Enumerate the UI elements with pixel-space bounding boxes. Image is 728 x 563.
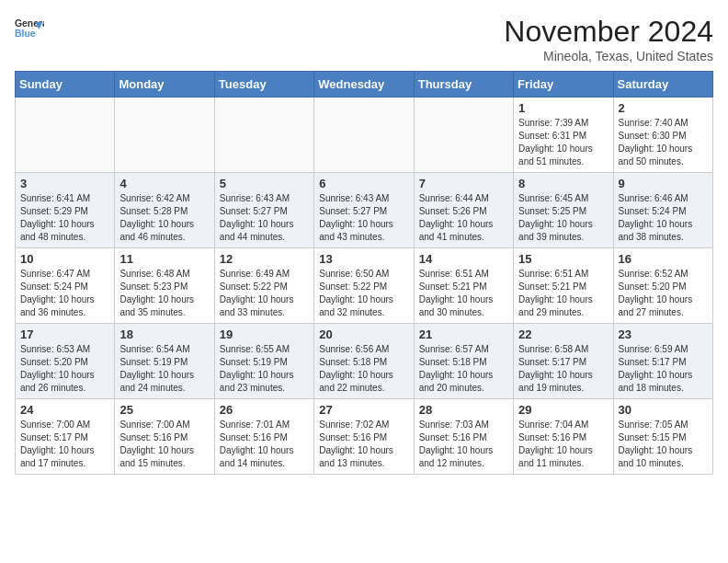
day-number: 7 (419, 177, 508, 190)
week-row-3: 10Sunrise: 6:47 AM Sunset: 5:24 PM Dayli… (16, 248, 713, 324)
week-row-1: 1Sunrise: 7:39 AM Sunset: 6:31 PM Daylig… (16, 98, 713, 173)
calendar-cell: 6Sunrise: 6:43 AM Sunset: 5:27 PM Daylig… (314, 173, 414, 248)
day-info: Sunrise: 6:48 AM Sunset: 5:23 PM Dayligh… (119, 268, 209, 319)
calendar-cell: 22Sunrise: 6:58 AM Sunset: 5:17 PM Dayli… (514, 324, 613, 399)
day-info: Sunrise: 7:04 AM Sunset: 5:16 PM Dayligh… (518, 419, 608, 470)
svg-text:Blue: Blue (15, 29, 36, 39)
day-number: 26 (220, 403, 309, 417)
day-info: Sunrise: 6:58 AM Sunset: 5:17 PM Dayligh… (518, 343, 608, 395)
calendar-cell: 9Sunrise: 6:46 AM Sunset: 5:24 PM Daylig… (613, 173, 712, 248)
day-info: Sunrise: 6:47 AM Sunset: 5:24 PM Dayligh… (20, 268, 109, 319)
calendar-cell: 21Sunrise: 6:57 AM Sunset: 5:18 PM Dayli… (414, 324, 513, 399)
day-number: 9 (619, 177, 708, 190)
logo-icon: General Blue (15, 15, 44, 44)
calendar-cell: 15Sunrise: 6:51 AM Sunset: 5:21 PM Dayli… (514, 248, 613, 324)
calendar-cell: 2Sunrise: 7:40 AM Sunset: 6:30 PM Daylig… (613, 98, 712, 173)
day-info: Sunrise: 7:40 AM Sunset: 6:30 PM Dayligh… (619, 117, 708, 168)
calendar-cell: 30Sunrise: 7:05 AM Sunset: 5:15 PM Dayli… (613, 399, 712, 475)
day-info: Sunrise: 6:51 AM Sunset: 5:21 PM Dayligh… (419, 268, 508, 319)
day-number: 22 (518, 327, 608, 341)
day-number: 4 (119, 177, 209, 190)
week-row-5: 24Sunrise: 7:00 AM Sunset: 5:17 PM Dayli… (16, 399, 713, 475)
day-info: Sunrise: 6:51 AM Sunset: 5:21 PM Dayligh… (518, 268, 608, 319)
weekday-header-monday: Monday (115, 72, 214, 98)
weekday-header-tuesday: Tuesday (214, 72, 313, 98)
weekday-header-sunday: Sunday (16, 72, 115, 98)
day-number: 19 (220, 327, 309, 341)
day-number: 30 (619, 403, 708, 417)
day-info: Sunrise: 7:01 AM Sunset: 5:16 PM Dayligh… (220, 419, 309, 470)
calendar-cell (16, 98, 115, 173)
calendar-cell (214, 98, 313, 173)
calendar-cell: 26Sunrise: 7:01 AM Sunset: 5:16 PM Dayli… (214, 399, 313, 475)
day-info: Sunrise: 6:55 AM Sunset: 5:19 PM Dayligh… (220, 343, 309, 395)
calendar-cell: 14Sunrise: 6:51 AM Sunset: 5:21 PM Dayli… (414, 248, 513, 324)
calendar-cell: 23Sunrise: 6:59 AM Sunset: 5:17 PM Dayli… (613, 324, 712, 399)
week-row-4: 17Sunrise: 6:53 AM Sunset: 5:20 PM Dayli… (16, 324, 713, 399)
day-number: 25 (119, 403, 209, 417)
day-number: 17 (20, 327, 109, 341)
day-info: Sunrise: 6:56 AM Sunset: 5:18 PM Dayligh… (319, 343, 408, 395)
day-info: Sunrise: 6:53 AM Sunset: 5:20 PM Dayligh… (20, 343, 109, 395)
day-number: 11 (119, 252, 209, 266)
calendar-cell: 25Sunrise: 7:00 AM Sunset: 5:16 PM Dayli… (115, 399, 214, 475)
day-info: Sunrise: 6:49 AM Sunset: 5:22 PM Dayligh… (220, 268, 309, 319)
calendar-cell: 8Sunrise: 6:45 AM Sunset: 5:25 PM Daylig… (514, 173, 613, 248)
day-number: 24 (20, 403, 109, 417)
day-info: Sunrise: 6:43 AM Sunset: 5:27 PM Dayligh… (319, 192, 408, 244)
day-number: 8 (518, 177, 608, 190)
weekday-header-friday: Friday (514, 72, 613, 98)
calendar-cell: 19Sunrise: 6:55 AM Sunset: 5:19 PM Dayli… (214, 324, 313, 399)
day-info: Sunrise: 6:45 AM Sunset: 5:25 PM Dayligh… (518, 192, 608, 244)
month-title: November 2024 (504, 15, 713, 49)
day-info: Sunrise: 6:52 AM Sunset: 5:20 PM Dayligh… (619, 268, 708, 319)
calendar-cell: 5Sunrise: 6:43 AM Sunset: 5:27 PM Daylig… (214, 173, 313, 248)
day-info: Sunrise: 7:00 AM Sunset: 5:16 PM Dayligh… (119, 419, 209, 470)
day-info: Sunrise: 6:57 AM Sunset: 5:18 PM Dayligh… (419, 343, 508, 395)
location: Mineola, Texas, United States (504, 49, 713, 63)
day-number: 2 (619, 101, 708, 115)
day-number: 21 (419, 327, 508, 341)
calendar-cell: 1Sunrise: 7:39 AM Sunset: 6:31 PM Daylig… (514, 98, 613, 173)
day-info: Sunrise: 6:50 AM Sunset: 5:22 PM Dayligh… (319, 268, 408, 319)
day-number: 10 (20, 252, 109, 266)
day-number: 27 (319, 403, 408, 417)
day-number: 12 (220, 252, 309, 266)
day-info: Sunrise: 7:00 AM Sunset: 5:17 PM Dayligh… (20, 419, 109, 470)
day-info: Sunrise: 6:59 AM Sunset: 5:17 PM Dayligh… (619, 343, 708, 395)
calendar-cell (115, 98, 214, 173)
day-number: 16 (619, 252, 708, 266)
calendar-cell: 3Sunrise: 6:41 AM Sunset: 5:29 PM Daylig… (16, 173, 115, 248)
day-number: 5 (220, 177, 309, 190)
day-number: 3 (20, 177, 109, 190)
calendar-cell (414, 98, 513, 173)
calendar-cell: 4Sunrise: 6:42 AM Sunset: 5:28 PM Daylig… (115, 173, 214, 248)
calendar-cell: 11Sunrise: 6:48 AM Sunset: 5:23 PM Dayli… (115, 248, 214, 324)
day-number: 1 (518, 101, 608, 115)
day-info: Sunrise: 7:39 AM Sunset: 6:31 PM Dayligh… (518, 117, 608, 168)
calendar-cell: 18Sunrise: 6:54 AM Sunset: 5:19 PM Dayli… (115, 324, 214, 399)
weekday-header-row: SundayMondayTuesdayWednesdayThursdayFrid… (16, 72, 713, 98)
day-info: Sunrise: 7:02 AM Sunset: 5:16 PM Dayligh… (319, 419, 408, 470)
calendar-cell: 7Sunrise: 6:44 AM Sunset: 5:26 PM Daylig… (414, 173, 513, 248)
title-block: November 2024 Mineola, Texas, United Sta… (504, 15, 713, 63)
calendar-cell: 17Sunrise: 6:53 AM Sunset: 5:20 PM Dayli… (16, 324, 115, 399)
day-info: Sunrise: 6:46 AM Sunset: 5:24 PM Dayligh… (619, 192, 708, 244)
day-number: 13 (319, 252, 408, 266)
calendar-cell: 20Sunrise: 6:56 AM Sunset: 5:18 PM Dayli… (314, 324, 414, 399)
day-info: Sunrise: 6:41 AM Sunset: 5:29 PM Dayligh… (20, 192, 109, 244)
weekday-header-thursday: Thursday (414, 72, 513, 98)
day-info: Sunrise: 6:44 AM Sunset: 5:26 PM Dayligh… (419, 192, 508, 244)
calendar-cell: 24Sunrise: 7:00 AM Sunset: 5:17 PM Dayli… (16, 399, 115, 475)
weekday-header-saturday: Saturday (613, 72, 712, 98)
calendar-cell (314, 98, 414, 173)
calendar-cell: 29Sunrise: 7:04 AM Sunset: 5:16 PM Dayli… (514, 399, 613, 475)
day-info: Sunrise: 7:03 AM Sunset: 5:16 PM Dayligh… (419, 419, 508, 470)
day-info: Sunrise: 7:05 AM Sunset: 5:15 PM Dayligh… (619, 419, 708, 470)
day-info: Sunrise: 6:54 AM Sunset: 5:19 PM Dayligh… (119, 343, 209, 395)
calendar-cell: 28Sunrise: 7:03 AM Sunset: 5:16 PM Dayli… (414, 399, 513, 475)
day-number: 6 (319, 177, 408, 190)
day-info: Sunrise: 6:43 AM Sunset: 5:27 PM Dayligh… (220, 192, 309, 244)
day-info: Sunrise: 6:42 AM Sunset: 5:28 PM Dayligh… (119, 192, 209, 244)
day-number: 20 (319, 327, 408, 341)
